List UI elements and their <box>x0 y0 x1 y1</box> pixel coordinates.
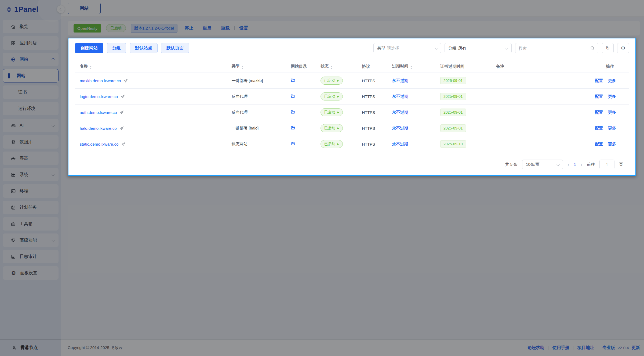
open-site-icon[interactable] <box>121 95 125 99</box>
group-button[interactable]: 分组 <box>107 43 126 53</box>
create-website-button[interactable]: 创建网站 <box>75 43 103 53</box>
folder-icon[interactable] <box>291 94 295 98</box>
config-link[interactable]: 配置 <box>595 78 603 83</box>
site-name-link[interactable]: maxkb.demo.lxware.co <box>80 78 121 83</box>
config-link[interactable]: 配置 <box>595 110 603 114</box>
open-site-icon[interactable] <box>124 79 128 83</box>
update-link[interactable]: 更新 <box>632 345 640 351</box>
more-link[interactable]: 更多 <box>608 110 616 114</box>
folder-icon[interactable] <box>291 78 295 82</box>
sidebar-item-website[interactable]: 网站 <box>3 69 59 82</box>
node-selector[interactable]: 香港节点 <box>0 339 61 356</box>
search-input[interactable] <box>519 46 590 51</box>
status-badge[interactable]: 已启动▶ <box>321 92 343 100</box>
forum-help-link[interactable]: 论坛求助 <box>527 345 544 351</box>
column-header-name[interactable]: 名称 <box>75 60 229 73</box>
refresh-button[interactable]: ↻ <box>602 43 614 53</box>
site-name-link[interactable]: logto.demo.lxware.co <box>80 94 118 99</box>
goto-page-input[interactable] <box>599 160 614 169</box>
cert-expire-badge: 2025-09-01 <box>440 77 466 84</box>
column-header-status[interactable]: 状态 <box>318 60 360 73</box>
config-link[interactable]: 配置 <box>595 94 603 99</box>
config-link[interactable]: 配置 <box>595 142 603 146</box>
type-filter-placeholder: 请选择 <box>387 46 399 51</box>
expire-time-link[interactable]: 永不过期 <box>392 78 408 83</box>
open-site-icon[interactable] <box>121 142 125 146</box>
status-badge[interactable]: 已启动▶ <box>321 140 343 148</box>
chevron-left-icon <box>60 8 63 11</box>
folder-icon[interactable] <box>291 110 295 114</box>
prev-page-button[interactable]: ‹ <box>567 162 569 167</box>
openresty-service-bar: OpenResty 已启动 版本1.27.1.2-0-1-focal 停止 重启… <box>68 21 640 35</box>
column-settings-button[interactable]: ⚙ <box>617 43 629 53</box>
default-page-button[interactable]: 默认页面 <box>161 43 189 53</box>
type-filter-select[interactable]: 类型 请选择 <box>373 43 441 53</box>
page-size-select[interactable]: 10条/页 <box>522 160 563 169</box>
column-header-type[interactable]: 类型 <box>229 60 289 73</box>
refresh-icon: ↻ <box>606 45 610 51</box>
manual-link[interactable]: 使用手册 <box>552 345 569 351</box>
pro-edition-link[interactable]: 专业版 <box>602 345 615 351</box>
stop-button[interactable]: 停止 <box>184 25 193 31</box>
site-name-link[interactable]: auth.demo.lxware.co <box>80 110 117 115</box>
sidebar-item-advanced[interactable]: 高级功能 <box>3 233 59 247</box>
logo[interactable]: 1Panel <box>0 0 61 19</box>
chevron-down-icon <box>52 124 54 127</box>
main-area: 网站 OpenResty 已启动 版本1.27.1.2-0-1-focal 停止… <box>61 0 644 356</box>
config-link[interactable]: 配置 <box>595 126 603 130</box>
reload-button[interactable]: 重载 <box>221 25 230 31</box>
expire-time-link[interactable]: 永不过期 <box>392 142 408 146</box>
sidebar-item-appstore[interactable]: 应用商店 <box>3 36 59 50</box>
restart-button[interactable]: 重启 <box>203 25 212 31</box>
settings-button[interactable]: 设置 <box>239 25 248 31</box>
expire-time-link[interactable]: 永不过期 <box>392 94 408 99</box>
status-badge[interactable]: 已启动▶ <box>321 108 343 116</box>
expire-time-link[interactable]: 永不过期 <box>392 110 408 114</box>
more-link[interactable]: 更多 <box>608 126 616 130</box>
sidebar-item-ai[interactable]: AI <box>3 119 59 132</box>
page-number[interactable]: 1 <box>574 162 576 167</box>
service-version-badge[interactable]: 版本1.27.1.2-0-1-focal <box>131 24 177 33</box>
sidebar-item-label: 运行环境 <box>18 106 54 112</box>
sidebar-item-terminal[interactable]: 终端 <box>3 184 59 198</box>
site-type: 一键部署 [maxkb] <box>229 73 289 89</box>
sidebar-item-logs[interactable]: 日志审计 <box>3 250 59 263</box>
tab-website[interactable]: 网站 <box>68 3 101 14</box>
site-name-link[interactable]: static.demo.lxware.co <box>80 142 118 146</box>
column-header-expire[interactable]: 过期时间 <box>390 60 438 73</box>
folder-icon[interactable] <box>291 141 295 146</box>
status-badge[interactable]: 已启动▶ <box>321 77 343 85</box>
project-link[interactable]: 项目地址 <box>577 345 594 351</box>
sidebar-item-certificate[interactable]: 证书 <box>3 85 59 99</box>
sidebar-item-website-parent[interactable]: 网站 <box>3 53 59 66</box>
sidebar-item-label: 应用商店 <box>20 40 54 46</box>
more-link[interactable]: 更多 <box>608 94 616 99</box>
sidebar-item-panel-settings[interactable]: ⚙ 面板设置 <box>3 266 59 280</box>
sidebar-item-label: 网站 <box>17 73 54 79</box>
site-name-link[interactable]: halo.demo.lxware.co <box>80 126 117 131</box>
open-site-icon[interactable] <box>120 110 124 114</box>
default-site-button[interactable]: 默认站点 <box>130 43 158 53</box>
open-site-icon[interactable] <box>120 126 124 130</box>
more-link[interactable]: 更多 <box>608 142 616 146</box>
group-filter-value: 所有 <box>458 46 466 51</box>
sidebar-collapse-button[interactable] <box>57 5 65 13</box>
site-remark <box>494 136 565 152</box>
sidebar-item-container[interactable]: 容器 <box>3 152 59 165</box>
more-link[interactable]: 更多 <box>608 78 616 83</box>
group-filter-select[interactable]: 分组 所有 <box>445 43 512 53</box>
column-header-remark: 备注 <box>494 60 565 73</box>
expire-time-link[interactable]: 永不过期 <box>392 126 408 130</box>
folder-icon[interactable] <box>291 125 295 130</box>
website-list-panel: 创建网站 分组 默认站点 默认页面 类型 请选择 分组 所有 <box>68 38 636 176</box>
next-page-button[interactable]: › <box>581 162 582 167</box>
sidebar-item-runtime[interactable]: 运行环境 <box>3 102 59 115</box>
sidebar-item-system[interactable]: 系统 <box>3 168 59 181</box>
chevron-down-icon <box>556 163 559 166</box>
sidebar-item-cronjob[interactable]: 计划任务 <box>3 201 59 214</box>
divider <box>234 26 235 30</box>
sidebar-item-toolbox[interactable]: 工具箱 <box>3 217 59 231</box>
active-indicator-icon <box>8 73 10 78</box>
status-badge[interactable]: 已启动▶ <box>321 124 343 132</box>
sidebar-item-database[interactable]: 数据库 <box>3 135 59 149</box>
